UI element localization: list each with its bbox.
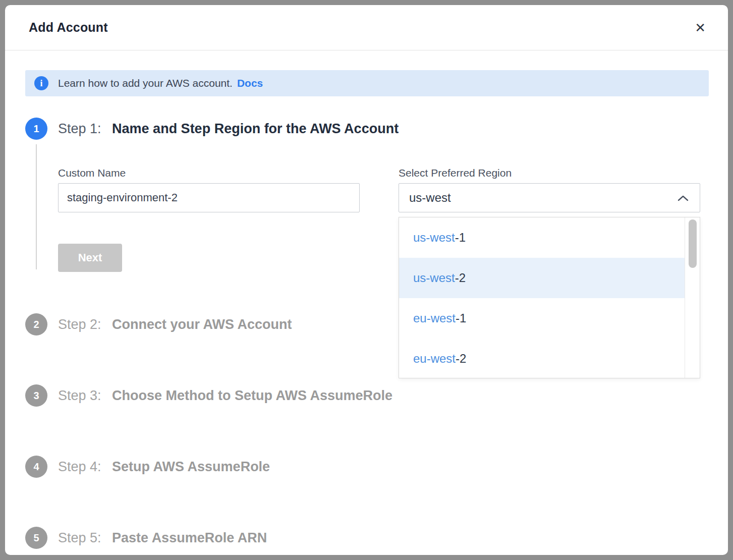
option-match-text: eu-west [413, 311, 456, 325]
option-rest-text: -1 [455, 231, 466, 245]
step-3-title: Step 3: Choose Method to Setup AWS Assum… [58, 384, 709, 407]
chevron-up-icon [678, 195, 689, 201]
modal-title: Add Account [29, 20, 108, 35]
custom-name-input[interactable] [58, 183, 360, 212]
next-button[interactable]: Next [58, 244, 122, 272]
step-1-indicator: 1 [25, 118, 47, 140]
option-rest-text: -2 [455, 271, 466, 285]
region-option-eu-west-2[interactable]: eu-west-2 [399, 339, 685, 379]
custom-name-field: Custom Name [58, 167, 360, 212]
step-3-body: Step 3: Choose Method to Setup AWS Assum… [58, 384, 709, 414]
step-5-indicator: 5 [25, 527, 47, 549]
region-label: Select Preferred Region [399, 167, 700, 179]
step-5-title: Step 5: Paste AssumeRole ARN [58, 527, 709, 549]
step-3-indicator: 3 [25, 384, 47, 407]
step-5-rail: 5 [25, 527, 47, 549]
region-option-us-west-1[interactable]: us-west-1 [399, 217, 685, 258]
region-select[interactable]: us-west [399, 183, 700, 212]
region-field: Select Preferred Region us-west [399, 167, 700, 212]
region-option-eu-west-1[interactable]: eu-west-1 [399, 298, 685, 339]
steps-wizard: 1 Step 1: Name and Step Region for the A… [25, 118, 709, 549]
step-1-form: Custom Name Select Preferred Region us-w… [58, 167, 709, 212]
option-match-text: us-west [413, 231, 455, 245]
step-5-prefix: Step 5: [58, 530, 101, 545]
step-4: 4 Step 4: Setup AWS AssumeRole [25, 456, 709, 527]
modal-body: i Learn how to add your AWS account. Doc… [5, 50, 728, 555]
dropdown-scrollbar-track [685, 217, 700, 378]
region-select-value: us-west [409, 191, 451, 205]
add-account-modal: Add Account ✕ i Learn how to add your AW… [5, 5, 728, 555]
option-rest-text: -2 [456, 352, 466, 366]
close-button[interactable]: ✕ [693, 19, 708, 36]
step-3-prefix: Step 3: [58, 388, 101, 403]
info-glyph: i [40, 78, 42, 89]
step-5-name: Paste AssumeRole ARN [112, 530, 267, 545]
option-match-text: us-west [413, 271, 455, 285]
step-4-name: Setup AWS AssumeRole [112, 459, 270, 474]
step-3: 3 Step 3: Choose Method to Setup AWS Ass… [25, 384, 709, 456]
step-4-prefix: Step 4: [58, 459, 101, 474]
step-4-title: Step 4: Setup AWS AssumeRole [58, 456, 709, 478]
step-5: 5 Step 5: Paste AssumeRole ARN [25, 527, 709, 549]
step-2-indicator: 2 [25, 313, 47, 335]
step-4-rail: 4 [25, 456, 47, 485]
step-4-body: Step 4: Setup AWS AssumeRole [58, 456, 709, 485]
docs-link[interactable]: Docs [237, 77, 263, 89]
region-options: us-west-1 us-west-2 eu-west-1 [399, 217, 685, 378]
step-3-name: Choose Method to Setup AWS AssumeRole [112, 388, 392, 403]
step-2-rail: 2 [25, 313, 47, 343]
region-dropdown: us-west-1 us-west-2 eu-west-1 [399, 217, 700, 378]
dropdown-scrollbar-thumb[interactable] [689, 219, 697, 268]
close-icon: ✕ [695, 20, 706, 35]
modal-header: Add Account ✕ [5, 5, 728, 50]
banner-text: Learn how to add your AWS account. [58, 77, 233, 89]
step-1: 1 Step 1: Name and Step Region for the A… [25, 118, 709, 313]
info-banner: i Learn how to add your AWS account. Doc… [25, 70, 709, 96]
info-icon: i [34, 76, 48, 90]
step-2-prefix: Step 2: [58, 317, 101, 332]
step-1-rail: 1 [25, 118, 47, 272]
step-3-rail: 3 [25, 384, 47, 414]
step-5-body: Step 5: Paste AssumeRole ARN [58, 527, 709, 549]
step-1-name: Name and Step Region for the AWS Account [112, 121, 399, 136]
step-2-name: Connect your AWS Account [112, 317, 292, 332]
step-1-body: Step 1: Name and Step Region for the AWS… [58, 118, 709, 272]
custom-name-label: Custom Name [58, 167, 360, 179]
option-rest-text: -1 [456, 311, 466, 325]
step-connector [36, 144, 37, 269]
step-4-indicator: 4 [25, 456, 47, 478]
step-1-title: Step 1: Name and Step Region for the AWS… [58, 118, 709, 140]
option-match-text: eu-west [413, 352, 456, 366]
step-1-prefix: Step 1: [58, 121, 101, 136]
region-option-us-west-2[interactable]: us-west-2 [399, 258, 685, 298]
